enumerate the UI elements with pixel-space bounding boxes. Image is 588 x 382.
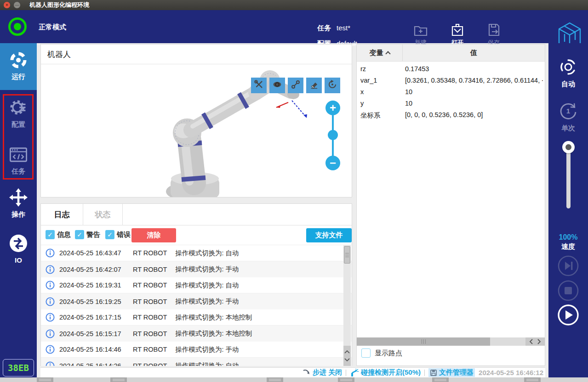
visibility-button[interactable] xyxy=(269,78,285,93)
collision-icon xyxy=(350,369,359,377)
sidebar-item-io[interactable]: IO xyxy=(0,233,37,264)
sidebar-item-task[interactable]: 任务 xyxy=(0,145,37,176)
log-message: 操作模式切换为: 手动 xyxy=(175,297,239,306)
scroll-down-icon[interactable] xyxy=(344,358,350,362)
log-row[interactable]: 2024-05-25 16:19:25 RT ROBOT 操作模式切换为: 手动 xyxy=(41,293,352,309)
column-header-variable[interactable]: 变量 xyxy=(357,45,403,61)
filter-warning-label: 警告 xyxy=(86,230,100,239)
taskbar-thumbnail xyxy=(267,377,283,382)
single-cycle-icon: 1 xyxy=(548,100,588,122)
info-checkbox[interactable] xyxy=(46,230,55,239)
filter-warning[interactable]: 警告 xyxy=(75,230,100,239)
variable-value: [0.3261, 0.35348, 0.73416, 2.72866, 0.61… xyxy=(405,77,543,84)
log-list[interactable]: 2024-05-25 16:43:47 RT ROBOT 操作模式切换为: 自动… xyxy=(41,245,352,366)
open-file-icon xyxy=(443,23,472,37)
window-close-button[interactable]: ✕ xyxy=(4,2,10,8)
info-icon xyxy=(46,361,55,366)
stop-button[interactable] xyxy=(558,280,579,301)
value-column-label: 值 xyxy=(470,49,477,57)
variables-panel: 变量 值 rz 0.17453 var_1 [0.3261, 0.35348, … xyxy=(356,44,545,366)
path-button[interactable] xyxy=(288,78,303,93)
show-waypoints-checkbox[interactable] xyxy=(361,348,371,358)
io-swap-icon xyxy=(0,233,37,253)
log-vertical-scrollbar[interactable] xyxy=(343,245,351,366)
support-files-button[interactable]: 支持文件 xyxy=(306,228,352,242)
move-arrows-icon xyxy=(0,187,37,208)
open-button[interactable]: 打开 xyxy=(443,23,472,47)
single-run-button[interactable]: 1 单次 xyxy=(548,100,588,133)
tools-icon xyxy=(253,79,264,92)
table-row[interactable]: rz 0.17453 xyxy=(357,64,545,75)
table-row[interactable]: y 10 xyxy=(357,98,545,110)
speed-label: 速度 xyxy=(548,242,588,251)
divider xyxy=(424,370,425,376)
tools-button[interactable] xyxy=(251,78,267,93)
right-sidebar: 自动 1 单次 100% 速度 xyxy=(548,43,588,377)
eraser-button[interactable] xyxy=(306,78,322,93)
error-checkbox[interactable] xyxy=(105,230,114,239)
sidebar-item-run[interactable]: 运行 xyxy=(0,43,37,90)
log-time: 2024-05-25 16:17:15 xyxy=(59,314,121,321)
sidebar-item-operate[interactable]: 操作 xyxy=(0,187,37,219)
table-row[interactable]: var_1 [0.3261, 0.35348, 0.73416, 2.72866… xyxy=(357,75,545,87)
variable-value: [0, 0, 0, 0.5236, 0.5236, 0] xyxy=(405,111,543,118)
variable-name: y xyxy=(360,100,364,107)
tab-status[interactable]: 状态 xyxy=(83,204,123,225)
code-window-icon xyxy=(0,145,37,164)
step-mode-toggle[interactable]: 步进 关闭 xyxy=(303,368,342,377)
collision-detection-toggle[interactable]: 碰撞检测开启(50%) xyxy=(350,368,421,377)
file-manager-button[interactable]: 文件管理器 xyxy=(428,368,475,377)
sidebar-item-config[interactable]: 配置 xyxy=(0,97,37,129)
skip-next-icon xyxy=(558,255,579,276)
play-button[interactable] xyxy=(558,304,579,326)
eraser-icon xyxy=(308,79,320,92)
warning-checkbox[interactable] xyxy=(75,230,84,239)
step-next-button[interactable] xyxy=(558,255,579,276)
filter-error[interactable]: 错误 xyxy=(105,230,131,239)
log-row[interactable]: 2024-05-25 16:43:47 RT ROBOT 操作模式切换为: 自动 xyxy=(41,245,352,261)
task-value: test* xyxy=(337,24,350,32)
tab-log[interactable]: 日志 xyxy=(41,204,83,225)
log-tab-row: 日志 状态 xyxy=(41,204,352,225)
auto-mode-button[interactable]: 自动 xyxy=(548,56,588,89)
clock-timestamp: 2024-05-25 16:46:12 xyxy=(479,369,543,376)
clear-button[interactable]: 清除 xyxy=(131,228,176,242)
rotate-icon xyxy=(327,79,338,92)
scroll-right-icon[interactable] xyxy=(537,339,541,344)
scrollbar-thumb[interactable] xyxy=(357,337,490,346)
taskbar-thumbnail xyxy=(524,377,541,382)
zoom-slider-knob[interactable] xyxy=(328,130,338,140)
new-button[interactable]: 新建 xyxy=(406,23,435,47)
speed-slider-thumb[interactable] xyxy=(562,141,575,153)
log-row[interactable]: 2024-05-25 16:14:46 RT ROBOT 操作模式切换为: 手动 xyxy=(41,342,352,358)
filter-info[interactable]: 信息 xyxy=(46,230,71,239)
speed-value: 100% xyxy=(548,233,588,242)
log-row[interactable]: 2024-05-25 16:14:26 RT ROBOT 操作模式切换为: 自动 xyxy=(41,358,352,366)
table-row[interactable]: 坐标系 [0, 0, 0, 0.5236, 0.5236, 0] xyxy=(357,110,545,121)
log-row[interactable]: 2024-05-25 16:42:07 RT ROBOT 操作模式切换为: 手动 xyxy=(41,261,352,277)
log-message: 操作模式切换为: 手动 xyxy=(175,345,239,354)
view-toolbar xyxy=(251,78,340,93)
variables-horizontal-scrollbar[interactable] xyxy=(357,337,545,346)
column-header-value[interactable]: 值 xyxy=(403,45,545,61)
rotate-view-button[interactable] xyxy=(325,78,340,93)
scroll-up-icon[interactable] xyxy=(344,350,350,354)
zoom-in-button[interactable]: + xyxy=(325,101,340,115)
title-bar: ✕ — 机器人图形化编程环境 xyxy=(0,0,588,10)
zoom-out-button[interactable]: − xyxy=(325,156,340,170)
speed-slider-track[interactable] xyxy=(566,150,571,208)
log-row[interactable]: 2024-05-25 16:17:15 RT ROBOT 操作模式切换为: 本地… xyxy=(41,309,352,326)
window-minimize-button[interactable]: — xyxy=(14,2,20,8)
desktop-taskbar-strip xyxy=(0,377,588,382)
scroll-left-icon[interactable] xyxy=(529,339,533,344)
left-sidebar: 运行 配置 任务 xyxy=(0,43,37,377)
save-button[interactable]: 保存 xyxy=(479,23,508,47)
mode-label: 正常模式 xyxy=(39,23,66,32)
log-time: 2024-05-25 16:14:26 xyxy=(59,362,121,366)
log-row[interactable]: 2024-05-25 16:19:31 RT ROBOT 操作模式切换为: 自动 xyxy=(41,277,352,293)
log-row[interactable]: 2024-05-25 16:15:17 RT ROBOT 操作模式切换为: 本地… xyxy=(41,326,352,342)
scrollbar-thumb[interactable] xyxy=(344,246,350,264)
app-header: 正常模式 任务test* 配置default 新建 打开 保存 xyxy=(0,10,588,43)
show-waypoints-toggle[interactable]: 显示路点 xyxy=(361,348,402,358)
table-row[interactable]: x 10 xyxy=(357,87,545,98)
